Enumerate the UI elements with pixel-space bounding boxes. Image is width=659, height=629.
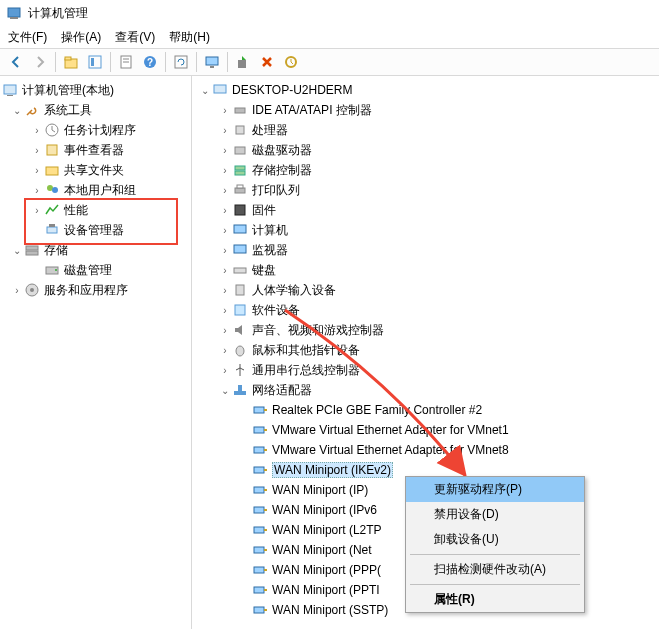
menu-action[interactable]: 操作(A) <box>61 29 101 46</box>
help-button[interactable]: ? <box>139 51 161 73</box>
svg-rect-32 <box>235 108 245 113</box>
tree-cpu[interactable]: ›处理器 <box>192 120 659 140</box>
tree-adapter[interactable]: VMware Virtual Ethernet Adapter for VMne… <box>192 420 659 440</box>
tree-monitor[interactable]: ›监视器 <box>192 240 659 260</box>
tree-devmgr[interactable]: 设备管理器 <box>0 220 191 240</box>
tree-event-viewer[interactable]: › 事件查看器 <box>0 140 191 160</box>
svg-rect-38 <box>237 185 243 188</box>
tree-netadapter[interactable]: ⌄网络适配器 <box>192 380 659 400</box>
tree-label: 系统工具 <box>44 102 92 119</box>
expand-icon[interactable]: › <box>218 105 232 116</box>
net-adapter-icon <box>252 562 268 578</box>
tree-computer[interactable]: ›计算机 <box>192 220 659 240</box>
expand-icon[interactable]: › <box>30 185 44 196</box>
expand-icon[interactable]: › <box>30 145 44 156</box>
collapse-icon[interactable]: ⌄ <box>10 105 24 116</box>
tree-label: 处理器 <box>252 122 288 139</box>
svg-rect-63 <box>264 549 267 551</box>
scan-button[interactable] <box>280 51 302 73</box>
monitor-button[interactable] <box>201 51 223 73</box>
expand-icon[interactable]: › <box>10 285 24 296</box>
expand-icon[interactable]: › <box>218 285 232 296</box>
tree-adapter[interactable]: Realtek PCIe GBE Family Controller #2 <box>192 400 659 420</box>
svg-rect-47 <box>238 385 242 391</box>
expand-icon[interactable]: › <box>218 245 232 256</box>
svg-rect-39 <box>235 205 245 215</box>
show-hide-button[interactable] <box>84 51 106 73</box>
ctx-uninstall-device[interactable]: 卸载设备(U) <box>406 527 584 552</box>
collapse-icon[interactable]: ⌄ <box>198 85 212 96</box>
expand-icon[interactable]: › <box>218 205 232 216</box>
expand-icon[interactable]: › <box>218 265 232 276</box>
tree-printq[interactable]: ›打印队列 <box>192 180 659 200</box>
back-button[interactable] <box>5 51 27 73</box>
tree-sound[interactable]: ›声音、视频和游戏控制器 <box>192 320 659 340</box>
tree-mouse[interactable]: ›鼠标和其他指针设备 <box>192 340 659 360</box>
tree-storage[interactable]: ⌄ 存储 <box>0 240 191 260</box>
svg-rect-17 <box>7 95 13 96</box>
expand-icon[interactable]: › <box>218 345 232 356</box>
expand-icon[interactable]: › <box>30 205 44 216</box>
expand-icon[interactable]: › <box>218 225 232 236</box>
tree-usb[interactable]: ›通用串行总线控制器 <box>192 360 659 380</box>
sound-icon <box>232 322 248 338</box>
tree-diskmgr[interactable]: 磁盘管理 <box>0 260 191 280</box>
forward-button[interactable] <box>29 51 51 73</box>
net-adapter-icon <box>252 482 268 498</box>
up-button[interactable] <box>60 51 82 73</box>
keyboard-icon <box>232 262 248 278</box>
svg-rect-49 <box>264 409 267 411</box>
toolbar-sep <box>196 52 197 72</box>
expand-icon[interactable]: › <box>218 325 232 336</box>
menu-view[interactable]: 查看(V) <box>115 29 155 46</box>
tree-label: 网络适配器 <box>252 382 312 399</box>
event-icon <box>44 142 60 158</box>
storage-ctrl-icon <box>232 162 248 178</box>
tree-disk[interactable]: ›磁盘驱动器 <box>192 140 659 160</box>
tree-root[interactable]: 计算机管理(本地) <box>0 80 191 100</box>
ctx-update-driver[interactable]: 更新驱动程序(P) <box>406 477 584 502</box>
ctx-disable-device[interactable]: 禁用设备(D) <box>406 502 584 527</box>
expand-icon[interactable]: › <box>218 365 232 376</box>
svg-rect-55 <box>264 469 267 471</box>
collapse-icon[interactable]: ⌄ <box>218 385 232 396</box>
expand-icon[interactable]: › <box>218 165 232 176</box>
tree-label: WAN Miniport (SSTP) <box>272 603 388 617</box>
properties-button[interactable] <box>115 51 137 73</box>
expand-icon[interactable]: › <box>30 165 44 176</box>
tree-software[interactable]: ›软件设备 <box>192 300 659 320</box>
expand-icon[interactable]: › <box>218 305 232 316</box>
tree-ide[interactable]: ›IDE ATA/ATAPI 控制器 <box>192 100 659 120</box>
tree-sys-tools[interactable]: ⌄ 系统工具 <box>0 100 191 120</box>
expand-icon[interactable]: › <box>30 125 44 136</box>
svg-rect-59 <box>264 509 267 511</box>
tree-label: WAN Miniport (IP) <box>272 483 368 497</box>
tree-host[interactable]: ⌄ DESKTOP-U2HDERM <box>192 80 659 100</box>
collapse-icon[interactable]: ⌄ <box>10 245 24 256</box>
tree-hid[interactable]: ›人体学输入设备 <box>192 280 659 300</box>
ctx-properties[interactable]: 属性(R) <box>406 587 584 612</box>
tree-keyboard[interactable]: ›键盘 <box>192 260 659 280</box>
enable-button[interactable] <box>232 51 254 73</box>
tree-task-sched[interactable]: › 任务计划程序 <box>0 120 191 140</box>
menu-file[interactable]: 文件(F) <box>8 29 47 46</box>
tree-label: 磁盘管理 <box>64 262 112 279</box>
expand-icon[interactable]: › <box>218 125 232 136</box>
left-tree[interactable]: 计算机管理(本地) ⌄ 系统工具 › 任务计划程序 › 事件查看器 › 共享文件… <box>0 76 192 629</box>
tree-firmware[interactable]: ›固件 <box>192 200 659 220</box>
menu-help[interactable]: 帮助(H) <box>169 29 210 46</box>
tree-users[interactable]: › 本地用户和组 <box>0 180 191 200</box>
svg-rect-33 <box>236 126 244 134</box>
tree-services[interactable]: › 服务和应用程序 <box>0 280 191 300</box>
delete-button[interactable] <box>256 51 278 73</box>
refresh-button[interactable] <box>170 51 192 73</box>
tree-label: IDE ATA/ATAPI 控制器 <box>252 102 372 119</box>
tree-label: WAN Miniport (IPv6 <box>272 503 377 517</box>
tree-shared[interactable]: › 共享文件夹 <box>0 160 191 180</box>
tree-storage-ctrl[interactable]: ›存储控制器 <box>192 160 659 180</box>
expand-icon[interactable]: › <box>218 145 232 156</box>
tree-adapter[interactable]: VMware Virtual Ethernet Adapter for VMne… <box>192 440 659 460</box>
tree-perf[interactable]: › 性能 <box>0 200 191 220</box>
ctx-scan-hardware[interactable]: 扫描检测硬件改动(A) <box>406 557 584 582</box>
expand-icon[interactable]: › <box>218 185 232 196</box>
